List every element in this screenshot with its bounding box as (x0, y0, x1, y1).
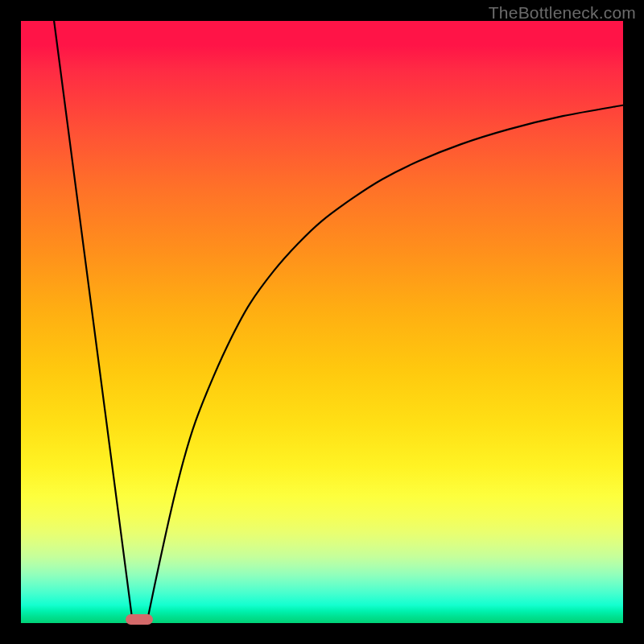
bottleneck-curve (21, 21, 623, 623)
attribution-text: TheBottleneck.com (489, 3, 636, 23)
optimal-point-marker (126, 614, 153, 625)
plot-area (21, 21, 623, 623)
chart-frame: TheBottleneck.com (0, 0, 644, 644)
